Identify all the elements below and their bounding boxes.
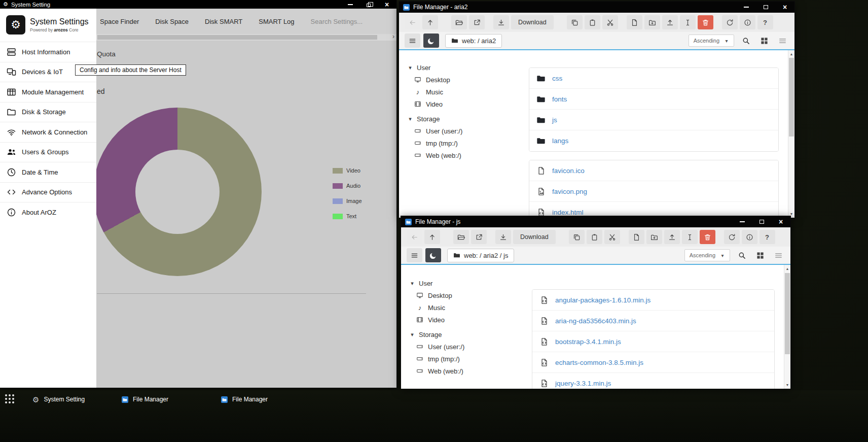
rename-button[interactable]	[680, 15, 696, 29]
scroll-up-icon[interactable]: ▲	[784, 267, 790, 270]
cut-button[interactable]	[602, 15, 618, 29]
search-button[interactable]	[735, 249, 748, 262]
sidebar-item-module-management[interactable]: Module Management	[0, 82, 96, 102]
titlebar[interactable]: File Manager - js ×	[401, 216, 790, 227]
scroll-up-icon[interactable]: ▲	[788, 52, 794, 56]
theme-toggle-button[interactable]	[425, 248, 441, 262]
vertical-scrollbar[interactable]: ▲ ▼	[784, 265, 790, 389]
scroll-down-icon[interactable]: ▼	[788, 212, 794, 216]
delete-button[interactable]	[700, 230, 715, 244]
breadcrumb[interactable]: web: / aria2 / js	[447, 249, 514, 262]
scrollbar-thumb[interactable]	[785, 273, 790, 354]
tree-item-tmp-drive[interactable]: tmp (tmp:/)	[408, 137, 523, 149]
maximize-button[interactable]	[761, 4, 770, 11]
scroll-right-arrow-icon[interactable]: ›	[392, 33, 394, 40]
app-launcher-button[interactable]	[5, 394, 14, 403]
theme-toggle-button[interactable]	[423, 33, 439, 48]
breadcrumb[interactable]: web: / aria2	[445, 34, 502, 48]
download-icon-button[interactable]	[493, 15, 509, 29]
open-in-new-button[interactable]	[469, 15, 485, 29]
tree-item-tmp-drive[interactable]: tmp (tmp:/)	[410, 353, 525, 365]
sidebar-item-disk-storage[interactable]: Disk & Storage	[0, 102, 96, 122]
tree-item-video[interactable]: Video	[408, 98, 523, 110]
paste-button[interactable]	[585, 15, 600, 29]
cut-button[interactable]	[604, 230, 620, 244]
file-row[interactable]: favicon.ico	[529, 160, 778, 181]
sidebar-item-host-information[interactable]: Host Information	[0, 42, 96, 62]
download-button[interactable]: Download	[511, 15, 554, 29]
copy-button[interactable]	[569, 230, 585, 244]
tab-space-finder[interactable]: Space Finder	[100, 18, 139, 25]
tab-smart-log[interactable]: SMART Log	[259, 18, 294, 25]
minimize-button[interactable]	[742, 4, 751, 11]
tree-section-storage[interactable]: ▾ Storage	[408, 113, 523, 125]
tree-section-storage[interactable]: ▾ Storage	[410, 328, 525, 341]
help-button[interactable]: ?	[760, 230, 775, 244]
file-row[interactable]: js	[529, 110, 778, 130]
search-button[interactable]	[739, 34, 752, 47]
close-button[interactable]: ×	[382, 1, 391, 8]
list-view-button[interactable]	[772, 249, 785, 262]
tree-item-desktop[interactable]: Desktop	[410, 289, 525, 301]
close-button[interactable]: ×	[776, 218, 785, 225]
menu-button[interactable]	[405, 33, 420, 48]
sidebar-item-users-groups[interactable]: Users & Groups	[0, 142, 96, 162]
tree-item-desktop[interactable]: Desktop	[408, 74, 523, 86]
download-icon-button[interactable]	[495, 230, 511, 244]
download-button[interactable]: Download	[513, 230, 556, 244]
tree-item-web-drive[interactable]: Web (web:/)	[408, 149, 523, 161]
file-row[interactable]: favicon.png	[529, 181, 778, 202]
new-folder-button[interactable]	[644, 15, 660, 29]
tree-item-user-drive[interactable]: User (user:/)	[408, 125, 523, 137]
file-row[interactable]: fonts	[529, 89, 778, 110]
vertical-scrollbar[interactable]: ▲ ▼	[788, 50, 794, 218]
scroll-down-icon[interactable]: ▼	[784, 383, 790, 387]
tree-item-web-drive[interactable]: Web (web:/)	[410, 365, 525, 377]
taskbar-item-file-manager-1[interactable]: File Manager	[122, 390, 168, 409]
refresh-button[interactable]	[722, 15, 738, 29]
sort-order-dropdown[interactable]: Ascending ▾	[684, 249, 730, 261]
titlebar[interactable]: ⚙ System Setting ×	[0, 0, 396, 9]
tree-item-music[interactable]: ♪ Music	[408, 86, 523, 98]
taskbar-item-system-setting[interactable]: ⚙ System Setting	[32, 390, 85, 409]
horizontal-scrollbar[interactable]: ›	[96, 34, 396, 41]
list-view-button[interactable]	[776, 34, 789, 47]
help-button[interactable]: ?	[757, 15, 773, 29]
sidebar-item-network-connection[interactable]: Network & Connection	[0, 122, 96, 142]
new-folder-button[interactable]	[646, 230, 662, 244]
file-row[interactable]: langs	[529, 130, 778, 151]
up-button[interactable]	[424, 230, 440, 244]
tab-disk-space[interactable]: Disk Space	[155, 18, 189, 25]
minimize-button[interactable]	[346, 1, 355, 8]
restore-button[interactable]	[364, 1, 373, 8]
close-button[interactable]: ×	[780, 4, 789, 11]
tree-item-user-drive[interactable]: User (user:/)	[410, 341, 525, 353]
new-file-button[interactable]	[627, 15, 642, 29]
settings-search-input[interactable]	[311, 18, 382, 25]
file-row[interactable]: echarts-common-3.8.5.min.js	[532, 352, 774, 373]
back-button[interactable]	[405, 15, 420, 29]
rename-button[interactable]	[682, 230, 698, 244]
file-row[interactable]: css	[529, 68, 778, 89]
scrollbar-thumb[interactable]	[97, 35, 377, 40]
open-in-new-button[interactable]	[471, 230, 487, 244]
up-button[interactable]	[422, 15, 438, 29]
tree-section-user[interactable]: ▾ User	[410, 277, 525, 289]
taskbar-item-file-manager-2[interactable]: File Manager	[221, 390, 268, 409]
tree-section-user[interactable]: ▾ User	[408, 61, 523, 74]
upload-button[interactable]	[662, 15, 678, 29]
menu-button[interactable]	[407, 248, 422, 262]
paste-button[interactable]	[587, 230, 602, 244]
scrollbar-thumb[interactable]	[789, 58, 794, 137]
sidebar-item-advance-options[interactable]: Advance Options	[0, 182, 96, 202]
delete-button[interactable]	[698, 15, 713, 29]
file-row[interactable]: angular-packages-1.6.10.min.js	[532, 290, 774, 311]
back-button[interactable]	[407, 230, 422, 244]
upload-button[interactable]	[664, 230, 680, 244]
open-folder-button[interactable]	[451, 15, 467, 29]
refresh-button[interactable]	[724, 230, 740, 244]
grid-view-button[interactable]	[753, 249, 767, 262]
open-folder-button[interactable]	[453, 230, 469, 244]
file-row[interactable]: jquery-3.3.1.min.js	[532, 373, 774, 389]
info-button[interactable]	[740, 15, 755, 29]
